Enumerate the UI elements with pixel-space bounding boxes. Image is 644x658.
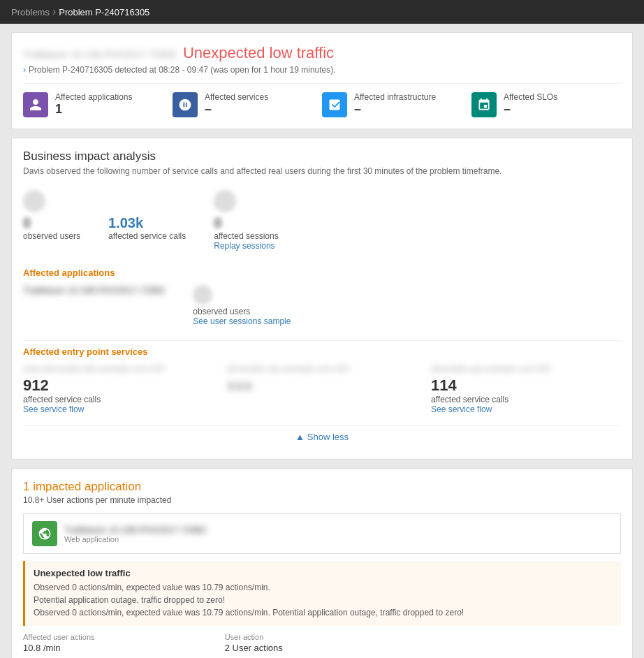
impacted-app-type: Web application bbox=[64, 535, 206, 543]
problem-title: Trailblazer 10.196.PHX2017-72992: Unexpe… bbox=[23, 44, 621, 62]
service-count-2: 114 bbox=[431, 376, 621, 395]
metric-affected-sessions: 0 affected sessions Replay sessions bbox=[214, 190, 279, 251]
service-flow-link-0[interactable]: See service flow bbox=[23, 404, 213, 414]
service-name-1: demoable-cdn.example.com:443 bbox=[227, 364, 417, 374]
affected-slos-info: Affected SLOs – bbox=[504, 92, 557, 117]
alert-line-0: Observed 0 actions/min, expected value w… bbox=[34, 581, 613, 594]
detail-label-0: Affected user actions bbox=[23, 633, 218, 641]
affected-apps-subtitle: Affected applications bbox=[23, 268, 621, 278]
detail-affected-user-actions: Affected user actions 10.8 /min bbox=[23, 633, 218, 653]
service-item-1: demoable-cdn.example.com:443 xxx bbox=[227, 364, 417, 395]
chevron-right-icon: › bbox=[23, 65, 26, 75]
show-less-button[interactable]: ▲ Show less bbox=[295, 432, 349, 442]
metrics-row: 0 observed users 1.03k affected service … bbox=[23, 190, 621, 251]
service-item-2: demoable-api.example.com:443 114 affecte… bbox=[431, 364, 621, 414]
problem-header-card: Trailblazer 10.196.PHX2017-72992: Unexpe… bbox=[11, 32, 633, 129]
service-flow-link-2[interactable]: See service flow bbox=[431, 404, 621, 414]
app-users-icon bbox=[193, 285, 212, 305]
affected-infrastructure-item[interactable]: Affected infrastructure – bbox=[322, 92, 471, 117]
impacted-app-card: 1 impacted application 10.8+ User action… bbox=[11, 468, 633, 658]
affected-services-value: – bbox=[205, 102, 268, 117]
affected-services-info: Affected services – bbox=[205, 92, 268, 117]
problem-subtitle-text: Problem P-240716305 detected at 08:28 - … bbox=[29, 65, 336, 75]
affected-calls-label: affected service calls bbox=[108, 231, 186, 241]
affected-services-icon bbox=[173, 92, 198, 117]
divider-1 bbox=[23, 340, 621, 341]
service-name-2: demoable-api.example.com:443 bbox=[431, 364, 621, 374]
observed-users-label: observed users bbox=[23, 231, 80, 241]
problem-subtitle: › Problem P-240716305 detected at 08:28 … bbox=[23, 65, 621, 75]
impacted-app-header[interactable]: Trailblazer 10.196.PHX2017-72992 Web app… bbox=[23, 513, 621, 554]
web-app-icon bbox=[32, 521, 57, 546]
affected-sessions-icon bbox=[214, 190, 236, 212]
impacted-app-name: Trailblazer 10.196.PHX2017-72992 bbox=[64, 525, 206, 535]
replay-sessions-link[interactable]: Replay sessions bbox=[214, 241, 279, 251]
impact-subtitle: 10.8+ User actions per minute impacted bbox=[23, 495, 621, 505]
alert-body: Observed 0 actions/min, expected value w… bbox=[34, 581, 613, 619]
chevron-up-icon: ▲ bbox=[295, 432, 305, 442]
detail-empty bbox=[426, 633, 621, 653]
problem-title-prefix: Trailblazer 10.196.PHX2017-72992: bbox=[23, 49, 179, 60]
business-impact-subtitle: Davis observed the following number of s… bbox=[23, 166, 621, 176]
show-less-row: ▲ Show less bbox=[23, 425, 621, 448]
alert-title: Unexpected low traffic bbox=[34, 568, 613, 578]
affected-calls-value: 1.03k bbox=[108, 215, 186, 231]
breadcrumb-current: Problem P-240716305 bbox=[59, 7, 149, 17]
main-container: Trailblazer 10.196.PHX2017-72992: Unexpe… bbox=[0, 24, 644, 658]
affected-slos-label: Affected SLOs bbox=[504, 92, 557, 102]
affected-services-label: Affected services bbox=[205, 92, 268, 102]
detail-label-1: User action bbox=[225, 633, 420, 641]
affected-infrastructure-label: Affected infrastructure bbox=[354, 92, 436, 102]
detail-value-1: 2 User actions bbox=[225, 643, 420, 653]
entry-services-row: www.demoable-site.example.com:443 912 af… bbox=[23, 364, 621, 414]
service-sub-0: affected service calls bbox=[23, 395, 213, 404]
affected-slos-value: – bbox=[504, 102, 557, 117]
impacted-app-info: Trailblazer 10.196.PHX2017-72992 Web app… bbox=[64, 525, 206, 543]
breadcrumb-separator: › bbox=[52, 6, 56, 18]
impact-title: 1 impacted application bbox=[23, 480, 621, 494]
affected-row: Affected applications 1 Affected service… bbox=[23, 83, 621, 117]
affected-infrastructure-icon bbox=[322, 92, 347, 117]
service-sub-2: affected service calls bbox=[431, 395, 621, 404]
metric-affected-calls: 1.03k affected service calls bbox=[108, 190, 186, 251]
affected-infrastructure-value: – bbox=[354, 102, 436, 117]
affected-sessions-label: affected sessions bbox=[214, 231, 279, 241]
details-grid-1: Affected user actions 10.8 /min User act… bbox=[23, 633, 621, 653]
affected-applications-icon bbox=[23, 92, 48, 117]
affected-applications-item[interactable]: Affected applications 1 bbox=[23, 92, 173, 117]
service-count-0: 912 bbox=[23, 376, 213, 395]
alert-box: Unexpected low traffic Observed 0 action… bbox=[23, 561, 621, 626]
show-less-label: Show less bbox=[307, 432, 349, 442]
app-users-col: observed users See user sessions sample bbox=[193, 285, 291, 326]
business-impact-card: Business impact analysis Davis observed … bbox=[11, 138, 633, 460]
service-name-0: www.demoable-site.example.com:443 bbox=[23, 364, 213, 374]
affected-entry-subtitle: Affected entry point services bbox=[23, 346, 621, 357]
detail-value-0: 10.8 /min bbox=[23, 643, 218, 653]
business-impact-title: Business impact analysis bbox=[23, 149, 621, 163]
see-user-sessions-link[interactable]: See user sessions sample bbox=[193, 316, 291, 326]
affected-infrastructure-info: Affected infrastructure – bbox=[354, 92, 436, 117]
affected-services-item[interactable]: Affected services – bbox=[173, 92, 322, 117]
metric-observed-users: 0 observed users bbox=[23, 190, 80, 251]
affected-slos-icon bbox=[471, 92, 497, 117]
breadcrumb-bar: Problems › Problem P-240716305 bbox=[0, 0, 644, 24]
affected-applications-value: 1 bbox=[55, 102, 133, 117]
app-observed-users-label: observed users bbox=[193, 307, 291, 316]
observed-users-value: 0 bbox=[23, 215, 80, 231]
problem-title-main: Unexpected low traffic bbox=[183, 44, 334, 61]
detail-user-action: User action 2 User actions bbox=[225, 633, 420, 653]
observed-users-icon bbox=[23, 190, 45, 212]
breadcrumb-problems[interactable]: Problems bbox=[11, 7, 50, 17]
app-row: Trailblazer 10.196.PHX2017-72992 observe… bbox=[23, 285, 621, 326]
affected-sessions-value: 0 bbox=[214, 215, 279, 231]
affected-slos-item[interactable]: Affected SLOs – bbox=[471, 92, 621, 117]
affected-applications-label: Affected applications bbox=[55, 92, 133, 102]
alert-line-2: Observed 0 actions/min, expected value w… bbox=[34, 606, 613, 619]
alert-line-1: Potential application outage, traffic dr… bbox=[34, 594, 613, 606]
service-count-1: xxx bbox=[227, 376, 417, 395]
app-name-blurred: Trailblazer 10.196.PHX2017-72992 bbox=[23, 285, 165, 295]
service-item-0: www.demoable-site.example.com:443 912 af… bbox=[23, 364, 213, 414]
affected-applications-info: Affected applications 1 bbox=[55, 92, 133, 117]
